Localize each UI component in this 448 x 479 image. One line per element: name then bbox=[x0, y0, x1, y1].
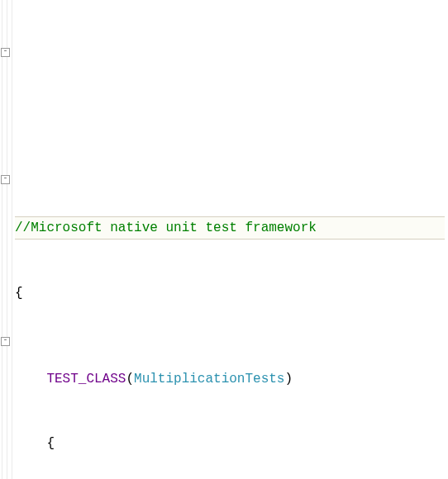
macro-test-class: TEST_CLASS bbox=[46, 372, 126, 387]
class-name: MultiplicationTests bbox=[134, 372, 284, 387]
indent-guide bbox=[12, 0, 12, 479]
comment-line: //Microsoft native unit test framework bbox=[15, 216, 445, 240]
fold-toggle[interactable] bbox=[1, 337, 10, 346]
brace-open: { bbox=[15, 282, 448, 304]
indent-guide bbox=[2, 0, 2, 479]
fold-toggle[interactable] bbox=[1, 48, 10, 57]
indent-guide bbox=[7, 0, 7, 479]
code-editor[interactable]: //Microsoft native unit test framework {… bbox=[0, 0, 448, 479]
fold-toggle[interactable] bbox=[1, 175, 10, 184]
test-class-decl: TEST_CLASS(MultiplicationTests) bbox=[15, 368, 448, 390]
brace-open: { bbox=[15, 433, 448, 454]
